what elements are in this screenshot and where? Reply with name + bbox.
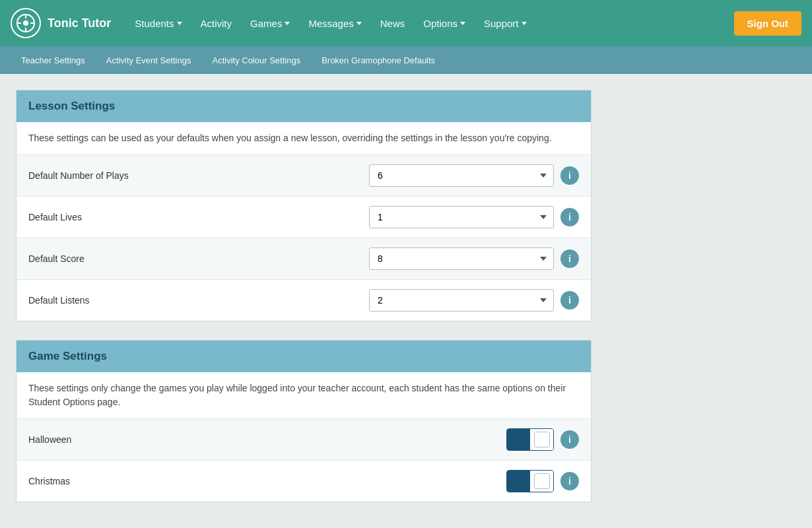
default-lives-label: Default Lives: [28, 212, 369, 222]
brand: Tonic Tutor: [11, 8, 111, 38]
table-row: Default Number of Plays 6 12345 78910 i: [17, 155, 591, 197]
lesson-settings-desc: These settings can be used as your defau…: [17, 122, 591, 155]
christmas-label: Christmas: [28, 476, 506, 486]
sign-out-button[interactable]: Sign Out: [734, 11, 802, 36]
default-score-info-button[interactable]: i: [560, 249, 579, 268]
game-settings-header: Game Settings: [17, 341, 591, 372]
lesson-settings-header: Lesson Settings: [17, 90, 591, 122]
default-listens-control: 2 1345 i: [369, 289, 579, 312]
christmas-info-button[interactable]: i: [560, 472, 579, 490]
default-lives-control: 1 2345 i: [369, 206, 579, 228]
main-content: Lesson Settings These settings can be us…: [0, 74, 607, 528]
toggle-off-state: [530, 429, 553, 450]
default-plays-select[interactable]: 6 12345 78910: [369, 164, 554, 187]
toggle-off-state: [530, 471, 553, 492]
chevron-down-icon: [356, 22, 362, 25]
christmas-toggle[interactable]: [506, 470, 554, 492]
toggle-knob: [534, 473, 550, 489]
chevron-down-icon: [177, 22, 182, 25]
halloween-label: Halloween: [28, 434, 506, 445]
nav-item-options[interactable]: Options: [415, 13, 473, 34]
subnav-broken-gramophone[interactable]: Broken Gramophone Defaults: [311, 49, 446, 72]
nav-item-messages[interactable]: Messages: [300, 13, 369, 34]
table-row: Default Score 8 1234 567910 i: [17, 238, 591, 280]
toggle-on-state: [507, 471, 530, 492]
table-row: Default Listens 2 1345 i: [17, 280, 591, 321]
halloween-toggle[interactable]: [506, 428, 554, 451]
game-settings-desc: These settings only change the games you…: [17, 372, 591, 419]
nav-item-students[interactable]: Students: [127, 13, 189, 34]
toggle-on-state: [507, 429, 530, 450]
brand-name: Tonic Tutor: [48, 16, 111, 30]
table-row: Halloween i: [17, 419, 591, 461]
subnav-activity-event-settings[interactable]: Activity Event Settings: [96, 49, 202, 72]
default-listens-label: Default Listens: [28, 295, 369, 306]
default-plays-label: Default Number of Plays: [28, 170, 369, 181]
default-lives-info-button[interactable]: i: [560, 208, 579, 226]
navbar: Tonic Tutor Students Activity Games Mess…: [0, 0, 812, 46]
default-score-label: Default Score: [28, 253, 369, 264]
game-settings-card: Game Settings These settings only change…: [16, 340, 592, 502]
brand-logo: [11, 8, 41, 38]
subnav-activity-colour-settings[interactable]: Activity Colour Settings: [201, 49, 311, 72]
nav-item-games[interactable]: Games: [242, 13, 298, 34]
chevron-down-icon: [522, 22, 527, 25]
default-listens-info-button[interactable]: i: [560, 291, 579, 310]
default-listens-select[interactable]: 2 1345: [369, 289, 554, 312]
table-row: Christmas i: [17, 461, 591, 502]
chevron-down-icon: [460, 22, 465, 25]
subnav: Teacher Settings Activity Event Settings…: [0, 46, 812, 74]
table-row: Default Lives 1 2345 i: [17, 197, 591, 238]
toggle-knob: [534, 432, 550, 447]
nav-items: Students Activity Games Messages News Op…: [127, 13, 733, 34]
nav-item-activity[interactable]: Activity: [193, 13, 240, 34]
default-plays-control: 6 12345 78910 i: [369, 164, 579, 187]
christmas-control: i: [506, 470, 579, 492]
default-score-select[interactable]: 8 1234 567910: [369, 248, 554, 270]
nav-item-support[interactable]: Support: [476, 13, 535, 34]
halloween-info-button[interactable]: i: [560, 430, 579, 449]
nav-item-news[interactable]: News: [372, 13, 413, 34]
svg-point-1: [23, 20, 28, 26]
subnav-teacher-settings[interactable]: Teacher Settings: [11, 49, 96, 72]
lesson-settings-card: Lesson Settings These settings can be us…: [16, 90, 592, 321]
default-score-control: 8 1234 567910 i: [369, 248, 579, 270]
chevron-down-icon: [285, 22, 290, 25]
default-lives-select[interactable]: 1 2345: [369, 206, 554, 228]
halloween-control: i: [506, 428, 579, 451]
default-plays-info-button[interactable]: i: [560, 166, 579, 185]
